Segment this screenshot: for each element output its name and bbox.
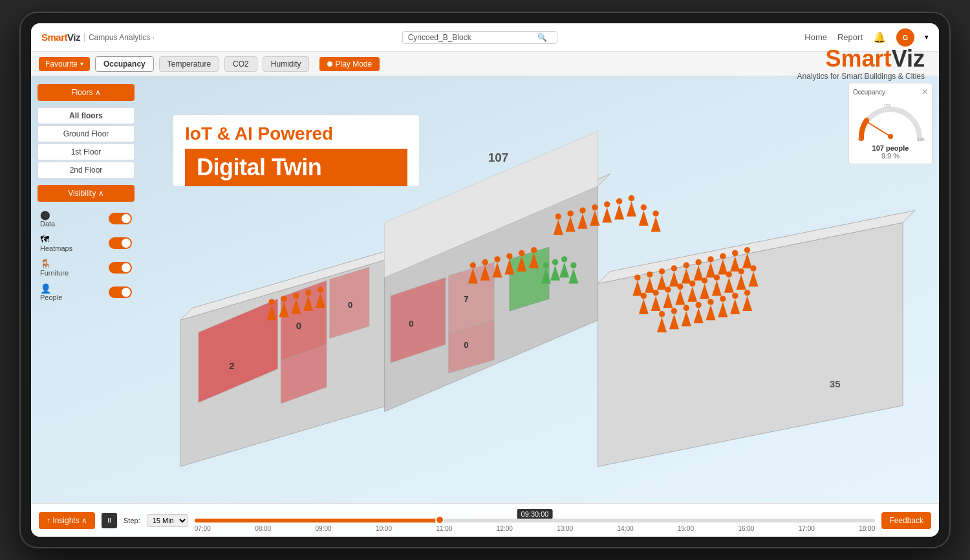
step-select[interactable]: 15 Min 30 Min 1 Hour bbox=[147, 514, 188, 527]
floor-list: All floors Ground Floor 1st Floor 2nd Fl… bbox=[38, 107, 135, 178]
occupancy-widget-label: Occupancy bbox=[853, 89, 885, 96]
brand-tagline: Analytics for Smart Buildings & Cities bbox=[797, 72, 925, 81]
svg-point-88 bbox=[641, 293, 647, 299]
svg-line-3 bbox=[867, 122, 890, 136]
co2-tab[interactable]: CO2 bbox=[224, 56, 257, 72]
occ-header: Occupancy ✕ bbox=[853, 87, 928, 96]
data-label: Data bbox=[40, 220, 55, 228]
favourite-button[interactable]: Favourite ▾ bbox=[39, 57, 90, 71]
svg-point-58 bbox=[604, 201, 610, 207]
svg-point-130 bbox=[570, 263, 576, 268]
timeline-container: 09:30:00 07:00 08:00 09:00 10:00 11:00 1… bbox=[195, 509, 876, 532]
vis-row-furniture: 🪑 Furniture bbox=[38, 257, 135, 278]
furniture-toggle[interactable] bbox=[109, 262, 132, 274]
svg-point-74 bbox=[671, 265, 677, 271]
step-label: Step: bbox=[124, 517, 140, 524]
notification-bell-icon[interactable]: 🔔 bbox=[873, 31, 886, 43]
all-floors-btn[interactable]: All floors bbox=[38, 107, 135, 124]
pause-button[interactable]: ⏸ bbox=[102, 513, 117, 528]
time-12: 12:00 bbox=[497, 525, 513, 532]
humidity-tab[interactable]: Humidity bbox=[263, 56, 310, 72]
svg-point-30 bbox=[281, 296, 286, 301]
vis-row-data: ⬤ Data bbox=[38, 208, 135, 229]
svg-point-118 bbox=[720, 296, 726, 301]
svg-point-62 bbox=[629, 195, 634, 201]
user-avatar[interactable]: G bbox=[896, 28, 914, 47]
svg-point-44 bbox=[506, 253, 512, 259]
nav-home-link[interactable]: Home bbox=[804, 32, 827, 42]
toolbar: Favourite ▾ Occupancy Temperature CO2 Hu… bbox=[31, 52, 939, 76]
svg-point-72 bbox=[659, 268, 665, 274]
svg-point-102 bbox=[726, 272, 732, 277]
occupancy-percentage: 9.9 % bbox=[853, 152, 928, 160]
svg-point-126 bbox=[552, 259, 558, 265]
svg-marker-59 bbox=[602, 208, 612, 223]
visibility-section-btn[interactable]: Visibility ∧ bbox=[38, 185, 135, 202]
play-dot-icon bbox=[327, 61, 332, 67]
furniture-label: Furniture bbox=[40, 269, 69, 277]
svg-point-76 bbox=[684, 263, 689, 268]
svg-marker-61 bbox=[614, 204, 624, 220]
floor-item-1st[interactable]: 1st Floor bbox=[38, 144, 135, 160]
heatmaps-toggle[interactable] bbox=[109, 237, 132, 249]
svg-point-112 bbox=[684, 305, 689, 311]
svg-point-46 bbox=[519, 250, 524, 256]
brand-logo: SmartViz bbox=[797, 47, 925, 70]
svg-point-110 bbox=[671, 308, 677, 314]
occupancy-widget: Occupancy ✕ 0 101 136 bbox=[848, 83, 932, 164]
svg-point-52 bbox=[567, 210, 573, 216]
svg-point-100 bbox=[714, 274, 720, 280]
user-menu-chevron[interactable]: ▾ bbox=[925, 33, 929, 41]
svg-text:0: 0 bbox=[296, 320, 301, 331]
time-labels: 07:00 08:00 09:00 10:00 11:00 12:00 13:0… bbox=[195, 525, 876, 532]
svg-point-48 bbox=[531, 247, 537, 253]
people-toggle[interactable] bbox=[109, 286, 132, 298]
svg-text:107: 107 bbox=[488, 151, 508, 164]
play-mode-button[interactable]: Play Mode bbox=[319, 57, 380, 71]
temperature-tab[interactable]: Temperature bbox=[159, 56, 219, 72]
digital-twin-banner: Digital Twin bbox=[185, 149, 407, 186]
timeline-thumb[interactable] bbox=[435, 515, 444, 524]
people-icon: 👤 bbox=[40, 283, 51, 294]
floor-item-ground[interactable]: Ground Floor bbox=[38, 125, 135, 142]
feedback-button[interactable]: Feedback bbox=[881, 512, 931, 529]
svg-text:35: 35 bbox=[830, 378, 841, 389]
time-17: 17:00 bbox=[799, 525, 815, 532]
svg-text:136: 136 bbox=[917, 137, 925, 142]
time-16: 16:00 bbox=[738, 525, 754, 532]
svg-text:2: 2 bbox=[229, 360, 234, 371]
occupancy-widget-close-icon[interactable]: ✕ bbox=[921, 87, 928, 96]
time-10: 10:00 bbox=[376, 525, 392, 532]
time-11: 11:00 bbox=[436, 525, 452, 532]
nav-report-link[interactable]: Report bbox=[837, 32, 863, 42]
svg-text:0: 0 bbox=[348, 300, 352, 310]
svg-point-54 bbox=[579, 208, 585, 213]
svg-point-98 bbox=[702, 277, 707, 283]
vis-row-heatmaps: 🗺 Heatmaps bbox=[38, 233, 135, 253]
visibility-section: ⬤ Data 🗺 Heatmaps bbox=[38, 208, 135, 303]
floor-item-2nd[interactable]: 2nd Floor bbox=[38, 162, 135, 178]
svg-point-60 bbox=[616, 199, 622, 204]
device-frame: SmartViz Campus Analytics · 🔍 Home Repor… bbox=[19, 12, 951, 548]
svg-text:0: 0 bbox=[409, 319, 413, 328]
svg-point-80 bbox=[707, 256, 713, 262]
gauge-svg: 0 101 136 bbox=[855, 101, 926, 143]
timeline-track[interactable] bbox=[195, 519, 876, 522]
insights-button[interactable]: ↑ Insights ∧ bbox=[39, 512, 95, 529]
occupancy-tab[interactable]: Occupancy bbox=[95, 56, 154, 72]
svg-point-96 bbox=[689, 281, 695, 286]
svg-point-38 bbox=[470, 263, 476, 268]
search-icon[interactable]: 🔍 bbox=[537, 33, 547, 42]
svg-point-108 bbox=[659, 311, 665, 317]
svg-point-50 bbox=[555, 213, 561, 219]
svg-point-56 bbox=[592, 204, 598, 210]
search-input[interactable] bbox=[408, 33, 537, 42]
gauge-container: 0 101 136 bbox=[853, 99, 928, 144]
svg-point-28 bbox=[268, 299, 274, 305]
data-toggle[interactable] bbox=[109, 213, 132, 224]
floors-section-btn[interactable]: Floors ∧ bbox=[38, 84, 135, 101]
vis-row-people: 👤 People bbox=[38, 282, 135, 303]
svg-text:7: 7 bbox=[464, 294, 468, 304]
svg-point-32 bbox=[293, 293, 299, 299]
svg-point-64 bbox=[641, 204, 647, 210]
